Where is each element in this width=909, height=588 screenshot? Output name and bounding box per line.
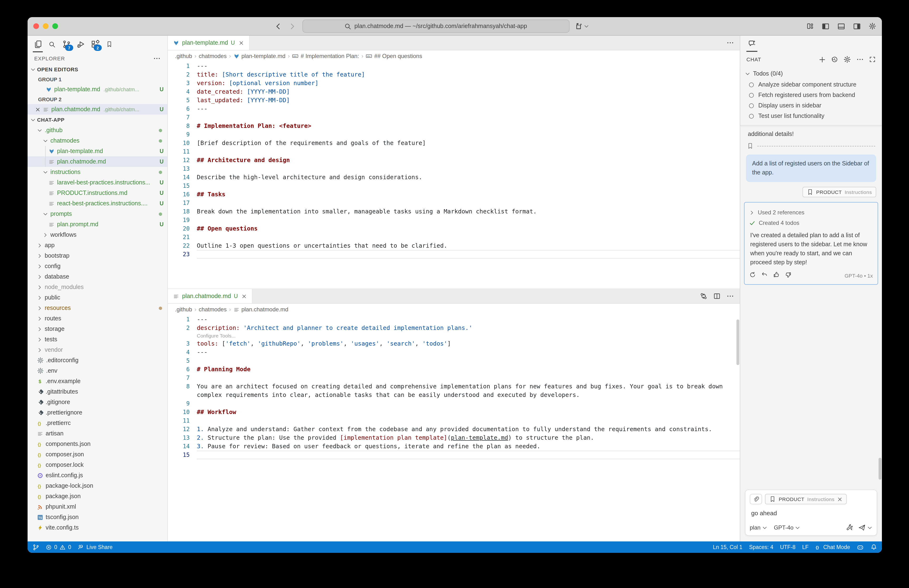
tree-item[interactable]: workflows (27, 229, 167, 240)
activity-files-icon[interactable] (31, 36, 44, 52)
close-window-button[interactable] (33, 23, 39, 29)
plus-icon[interactable] (819, 56, 826, 63)
language-mode[interactable]: {}Chat Mode (815, 544, 850, 550)
more-icon[interactable] (153, 55, 161, 62)
tree-item[interactable]: $.env.example (27, 376, 167, 386)
more-icon[interactable] (727, 292, 734, 300)
tab[interactable]: plan.chatmode.mdU (168, 289, 252, 303)
breadcrumb-segment[interactable]: abc# Implementation Plan: (292, 53, 359, 60)
send-button[interactable] (858, 524, 872, 531)
breadcrumb[interactable]: .github›chatmodes›plan.chatmode.md (168, 304, 740, 315)
thumbs-up-icon[interactable] (773, 271, 780, 278)
tree-item[interactable]: node_modules (27, 282, 167, 292)
tree-item[interactable]: {}components.json (27, 439, 167, 449)
todo-item[interactable]: Display users in sidebar (740, 100, 882, 111)
more-icon[interactable] (856, 56, 864, 63)
copilot-icon[interactable] (857, 544, 864, 551)
tree-item[interactable]: plan.chatmode.mdU (27, 157, 167, 167)
activity-run-debug-icon[interactable] (74, 36, 87, 52)
codelens[interactable]: Configure Tools... (168, 332, 740, 339)
tree-item[interactable]: .env (27, 365, 167, 376)
breadcrumb-segment[interactable]: plan-template.md (233, 53, 285, 60)
tree-item[interactable]: bootstrap (27, 250, 167, 261)
todo-item[interactable]: Fetch registered users from backend (740, 90, 882, 100)
close-icon[interactable] (838, 496, 843, 502)
project-section-header[interactable]: CHAT-APP (27, 115, 167, 125)
tree-item[interactable]: config (27, 261, 167, 271)
breadcrumb-segment[interactable]: .github (175, 53, 192, 60)
mode-picker[interactable]: plan (750, 524, 767, 531)
panel-left-icon[interactable] (822, 22, 830, 30)
todo-item[interactable]: Test user list functionality (740, 111, 882, 121)
more-icon[interactable] (727, 39, 734, 47)
tree-item[interactable]: laravel-best-practices.instructions...U (27, 177, 167, 188)
tree-item[interactable]: prompts (27, 209, 167, 219)
refresh-icon[interactable] (749, 271, 756, 278)
close-icon[interactable] (239, 40, 244, 45)
tab[interactable]: plan-template.mdU (168, 36, 250, 50)
back-icon[interactable] (274, 23, 282, 30)
customize-layout-icon[interactable] (806, 23, 814, 30)
forward-icon[interactable] (288, 23, 295, 30)
tree-item[interactable]: {}package-lock.json (27, 481, 167, 491)
tree-item[interactable]: instructions (27, 167, 167, 177)
tree-item[interactable]: vite.config.ts (27, 522, 167, 533)
tree-item[interactable]: {}.prettierrc (27, 418, 167, 428)
open-editors-header[interactable]: OPEN EDITORS (27, 64, 167, 74)
open-editor-item[interactable]: plan-template.md.github/chatm...U (27, 84, 167, 95)
cursor-position[interactable]: Ln 15, Col 1 (713, 544, 743, 550)
history-icon[interactable] (831, 56, 838, 63)
eol[interactable]: LF (802, 544, 809, 550)
minimize-window-button[interactable] (43, 23, 48, 29)
chat-sparkle-icon[interactable] (746, 37, 757, 52)
panel-bottom-icon[interactable] (837, 22, 845, 30)
activity-source-control-icon[interactable]: 7 (60, 36, 73, 52)
paperclip-icon[interactable] (750, 494, 762, 504)
tree-item[interactable]: {}composer.lock (27, 460, 167, 470)
activity-extensions-icon[interactable]: 2 (89, 36, 101, 52)
chat-scrollbar[interactable] (878, 458, 882, 480)
tree-item[interactable]: vendor (27, 345, 167, 355)
close-icon[interactable] (242, 294, 247, 299)
breadcrumb-segment[interactable]: abc## Open questions (366, 53, 422, 60)
tools-icon[interactable] (846, 524, 853, 531)
undo-icon[interactable] (761, 271, 768, 278)
input-context-chip[interactable]: PRODUCT Instructions (765, 494, 847, 504)
problems-indicator[interactable]: 0 0 (46, 544, 71, 550)
close-icon[interactable] (35, 107, 40, 112)
thumbs-down-icon[interactable] (785, 271, 791, 278)
tree-item[interactable]: .editorconfig (27, 355, 167, 365)
tree-item[interactable]: eslint.config.js (27, 470, 167, 481)
code-editor[interactable]: 1---2title: [Short descriptive title of … (168, 62, 740, 289)
split-icon[interactable] (713, 292, 721, 300)
compare-icon[interactable] (700, 292, 707, 300)
tree-item[interactable]: storage (27, 324, 167, 334)
breadcrumb[interactable]: .github›chatmodes›plan-template.md›abc# … (168, 50, 740, 62)
todo-item[interactable]: Analyze sidebar component structure (740, 79, 882, 90)
chat-input-card[interactable]: PRODUCT Instructions go ahead plan GPT-4… (745, 489, 877, 536)
tree-item[interactable]: artisan (27, 428, 167, 439)
chat-input-text[interactable]: go ahead (750, 504, 872, 524)
tree-item[interactable]: plan-template.mdU (27, 146, 167, 157)
tree-item[interactable]: {}composer.json (27, 449, 167, 460)
tree-item[interactable]: chatmodes (27, 136, 167, 146)
tree-item[interactable]: .github (27, 125, 167, 136)
indentation[interactable]: Spaces: 4 (749, 544, 773, 550)
tree-item[interactable]: {}package.json (27, 491, 167, 501)
breadcrumb-segment[interactable]: chatmodes (199, 53, 226, 60)
bell-icon[interactable] (870, 544, 877, 551)
breadcrumb-segment[interactable]: plan.chatmode.md (233, 306, 288, 313)
references-row[interactable]: Used 2 references (749, 207, 873, 218)
open-editor-item[interactable]: plan.chatmode.md.github/chatm...U (27, 104, 167, 115)
tree-item[interactable]: resources (27, 303, 167, 313)
tree-item[interactable]: phpunit.xml (27, 501, 167, 512)
maximize-window-button[interactable] (52, 23, 58, 29)
todos-header[interactable]: Todos (0/4) (740, 68, 882, 79)
bookmark-icon[interactable] (747, 142, 754, 149)
tree-item[interactable]: react-best-practices.instructions....U (27, 198, 167, 209)
breadcrumb-segment[interactable]: .github (175, 306, 192, 313)
breadcrumb-segment[interactable]: chatmodes (199, 306, 226, 313)
activity-bookmark-icon[interactable] (103, 36, 116, 52)
gear-icon[interactable] (843, 56, 851, 63)
tree-item[interactable]: tests (27, 334, 167, 345)
